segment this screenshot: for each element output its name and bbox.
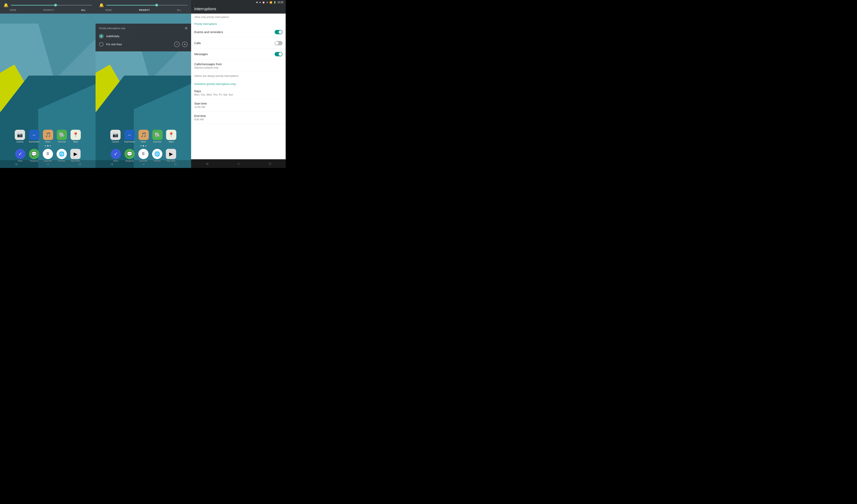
section-priority-header: Priority interruptions (191, 20, 286, 27)
settings-gear-icon[interactable]: ⚙ (185, 27, 188, 30)
radio-one-hour[interactable] (99, 42, 103, 47)
app-maps-p2[interactable]: 📍 Maps (166, 130, 176, 143)
app-camera[interactable]: 📷 Camera (15, 130, 25, 143)
alarm-icon: ⏰ (262, 1, 265, 4)
inbox-icon-p2[interactable]: ✓ (111, 149, 121, 159)
maps-label-p2: Maps (169, 141, 173, 143)
option-indefinitely[interactable]: Indefinitely (99, 33, 188, 40)
priority-popup: Priority interruptions only ⚙ Indefinite… (96, 24, 191, 51)
dot-2-p2 (143, 145, 144, 146)
back-button-settings[interactable]: ◁ (206, 162, 208, 165)
vol-all-label-p2[interactable]: ALL (177, 9, 181, 11)
app-maps[interactable]: 📍 Maps (70, 130, 81, 143)
maps-icon-p2[interactable]: 📍 (166, 130, 176, 140)
recents-button-panel2[interactable]: □ (174, 162, 176, 166)
app-teamviewer-p2[interactable]: ↔ TeamViewer (124, 130, 135, 143)
row-events-title: Events and reminders (194, 30, 275, 34)
recents-button-panel1[interactable]: □ (79, 162, 80, 166)
radio-indefinitely[interactable] (99, 34, 103, 38)
row-calls-from[interactable]: Calls/messages from Starred contacts onl… (191, 60, 286, 72)
camera-icon[interactable]: 📷 (15, 130, 25, 140)
vol-none-label-p2[interactable]: NONE (105, 9, 112, 11)
vol-none-label[interactable]: NONE (10, 9, 16, 11)
volume-slider-panel1[interactable] (11, 5, 92, 5)
launcher-icon[interactable]: ⠿ (43, 149, 53, 159)
row-end-time[interactable]: End time 9:00 AM (191, 111, 286, 124)
app-row-1: 📷 Camera ↔ TeamViewer 🎵 Music 🐘 Evernote… (15, 130, 81, 143)
vol-all-label[interactable]: ALL (81, 9, 86, 11)
bell-icon-panel2: 🔔 (99, 3, 104, 7)
dot-1 (45, 145, 46, 146)
music-icon-p2[interactable]: 🎵 (138, 130, 149, 140)
toggle-events[interactable] (275, 30, 283, 34)
recents-button-settings[interactable]: □ (269, 162, 271, 165)
inbox-icon[interactable]: ✓ (15, 149, 26, 159)
app-teamviewer[interactable]: ↔ TeamViewer (29, 130, 39, 143)
home-button-panel1[interactable]: ○ (47, 162, 49, 166)
back-button-panel2[interactable]: ◁ (111, 162, 113, 166)
option-one-hour-label: For one hour (106, 43, 171, 46)
evernote-icon[interactable]: 🐘 (57, 130, 67, 140)
page-dots-panel2 (140, 145, 146, 146)
app-evernote[interactable]: 🐘 Evernote (57, 130, 67, 143)
toggle-messages-thumb (279, 52, 282, 56)
playstore-icon-p2[interactable]: ▶ (166, 149, 176, 159)
settings-panel: ✱ ★ ⏰ ▼ 📶 🔋 10:25 Interruptions Allow on… (191, 0, 286, 168)
app-row-1-p2: 📷 Camera ↔ TeamViewer 🎵 Music 🐘 Evernote… (110, 130, 176, 143)
vol-priority-label-p2[interactable]: PRIORITY (139, 9, 150, 11)
row-calls-text: Calls (194, 41, 275, 45)
row-calls[interactable]: Calls (191, 38, 286, 49)
row-messages-title: Messages (194, 52, 275, 56)
row-start-time[interactable]: Start time 12:00 AM (191, 99, 286, 111)
home-button-settings[interactable]: ○ (238, 162, 239, 165)
status-time: 10:25 (278, 1, 283, 4)
vol-priority-label[interactable]: PRIORITY (43, 9, 54, 11)
app-dock-panel2: 📷 Camera ↔ TeamViewer 🎵 Music 🐘 Evernote… (96, 130, 191, 162)
row-days[interactable]: Days Mon, Tue, Wed, Thu, Fri, Sat, Sun (191, 87, 286, 99)
volume-slider-panel2[interactable] (106, 5, 188, 5)
row-events-reminders[interactable]: Events and reminders (191, 27, 286, 38)
dot-2 (47, 145, 49, 146)
app-music-p2[interactable]: 🎵 Music (138, 130, 149, 143)
chrome-icon-p2[interactable]: 🌐 (152, 149, 162, 159)
decrease-hour-button[interactable]: − (174, 41, 180, 47)
camera-label: Camera (16, 141, 23, 143)
teamviewer-icon-p2[interactable]: ↔ (124, 130, 135, 140)
evernote-label: Evernote (58, 141, 66, 143)
camera-label-p2: Camera (112, 141, 119, 143)
home-button-panel2[interactable]: ○ (143, 162, 145, 166)
app-camera-p2[interactable]: 📷 Camera (110, 130, 121, 143)
music-icon[interactable]: 🎵 (43, 130, 53, 140)
teamviewer-label: TeamViewer (29, 141, 39, 143)
toggle-calls[interactable] (275, 41, 283, 45)
option-indefinitely-label: Indefinitely (106, 35, 188, 38)
volume-overlay-panel1: 🔔 NONE PRIORITY ALL (0, 0, 96, 14)
teamviewer-icon[interactable]: ↔ (29, 130, 39, 140)
toggle-messages[interactable] (275, 52, 283, 56)
row-messages-text: Messages (194, 52, 275, 56)
row-end-time-text: End time 9:00 AM (194, 114, 283, 121)
playstore-icon[interactable]: ▶ (70, 149, 81, 159)
bluetooth-icon: ✱ (256, 1, 258, 4)
row-start-time-title: Start time (194, 102, 283, 105)
status-bar: ✱ ★ ⏰ ▼ 📶 🔋 10:25 (191, 0, 286, 5)
app-music[interactable]: 🎵 Music (43, 130, 53, 143)
back-button-panel1[interactable]: ◁ (15, 162, 17, 166)
launcher-icon-p2[interactable]: ⠿ (138, 149, 149, 159)
maps-icon[interactable]: 📍 (70, 130, 81, 140)
toggle-events-thumb (279, 30, 282, 34)
hangouts-icon[interactable]: 💬 (29, 149, 39, 159)
row-days-title: Days (194, 89, 283, 93)
evernote-label-p2: Evernote (153, 141, 161, 143)
chrome-icon[interactable]: 🌐 (56, 149, 67, 159)
row-calls-title: Calls (194, 41, 275, 45)
camera-icon-p2[interactable]: 📷 (110, 130, 121, 140)
settings-subtitle: Allow only priority interruptions (191, 14, 286, 20)
row-messages[interactable]: Messages (191, 49, 286, 60)
increase-hour-button[interactable]: + (182, 41, 188, 47)
app-dock-panel1: 📷 Camera ↔ TeamViewer 🎵 Music 🐘 Evernote… (0, 130, 96, 162)
option-one-hour[interactable]: For one hour − + (99, 40, 188, 49)
app-evernote-p2[interactable]: 🐘 Evernote (152, 130, 163, 143)
evernote-icon-p2[interactable]: 🐘 (152, 130, 163, 140)
hangouts-icon-p2[interactable]: 💬 (124, 149, 135, 159)
